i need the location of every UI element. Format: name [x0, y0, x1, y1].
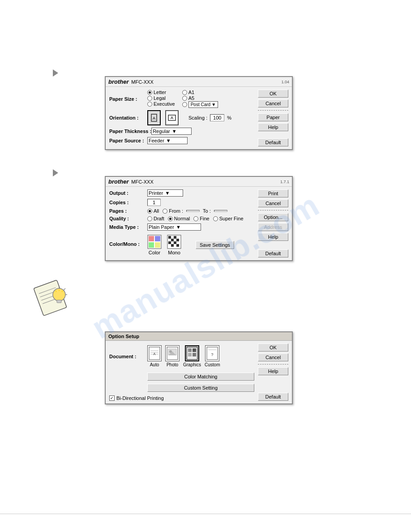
- media-type-value: Plain Paper: [149, 224, 174, 230]
- paper-source-select[interactable]: Feeder ▼: [147, 137, 188, 144]
- paper-thickness-row: Paper Thickness : Regular ▼: [109, 128, 254, 135]
- doc-graphics[interactable]: Graphics: [183, 345, 201, 367]
- radio-executive-circle[interactable]: [147, 102, 152, 107]
- quality-label: Quality :: [109, 216, 147, 221]
- radio-a5-label: A5: [188, 95, 194, 101]
- quality-options: Draft Normal Fine Super Fine: [147, 216, 244, 221]
- mono-option[interactable]: Mono: [167, 235, 181, 255]
- scaling-label: Scaling :: [188, 115, 207, 120]
- pages-all-radio[interactable]: All: [147, 208, 159, 214]
- arrow-1: [53, 69, 58, 77]
- help-button-3[interactable]: Help: [258, 367, 288, 375]
- pages-from-input[interactable]: [186, 210, 200, 212]
- quality-normal[interactable]: Normal: [168, 216, 190, 221]
- radio-a1-circle[interactable]: [182, 90, 187, 95]
- doc-auto[interactable]: A Auto: [147, 345, 162, 367]
- dialog2-model: MFC-XXX: [131, 179, 154, 184]
- dialog3-title: Option Setup: [106, 332, 292, 341]
- dialog3-left: Document : A Auto: [109, 343, 254, 401]
- svg-rect-10: [168, 236, 171, 239]
- radio-letter-label: Letter: [154, 90, 166, 95]
- paper-size-label: Paper Size :: [109, 96, 147, 102]
- quality-fine-circle[interactable]: [193, 216, 198, 221]
- radio-postcard-circle[interactable]: [182, 102, 187, 107]
- dialog1-body: Paper Size : Letter Legal Ex: [106, 87, 292, 149]
- bi-directional-row: ✓ Bi-Directional Printing: [109, 395, 254, 401]
- dialog1-version: 1.04: [281, 80, 289, 84]
- radio-legal-label: Legal: [154, 95, 166, 101]
- default-button-2[interactable]: Default: [258, 249, 288, 257]
- radio-legal-circle[interactable]: [147, 96, 152, 101]
- quality-draft[interactable]: Draft: [147, 216, 164, 221]
- bi-directional-checkbox[interactable]: ✓: [109, 395, 115, 401]
- radio-letter[interactable]: Letter: [147, 90, 175, 95]
- doc-custom-icon: ?: [205, 345, 219, 361]
- pages-from-label: From :: [169, 208, 183, 214]
- landscape-icon[interactable]: A: [165, 110, 179, 125]
- output-row: Output : Printer ▼: [109, 189, 254, 197]
- doc-photo-label: Photo: [167, 362, 178, 367]
- svg-rect-7: [149, 242, 154, 248]
- divider-1: [258, 110, 288, 111]
- dialog2-body: Output : Printer ▼ Copies : 1 Pages : Al…: [106, 187, 292, 260]
- address-button: Address: [258, 223, 288, 231]
- default-button-1[interactable]: Default: [258, 138, 288, 146]
- media-type-select[interactable]: Plain Paper ▼: [147, 223, 201, 231]
- cancel-button-3[interactable]: Cancel: [258, 353, 288, 361]
- svg-rect-12: [174, 236, 176, 239]
- postcard-value: Post Card: [191, 102, 210, 107]
- radio-legal[interactable]: Legal: [147, 95, 175, 101]
- radio-postcard[interactable]: Post Card ▼: [182, 101, 218, 108]
- scaling-input[interactable]: 100: [210, 114, 224, 121]
- print-button[interactable]: Print: [258, 189, 288, 197]
- paper-thickness-select[interactable]: Regular ▼: [151, 128, 192, 135]
- copies-label: Copies :: [109, 200, 147, 205]
- help-button-1[interactable]: Help: [258, 123, 288, 131]
- quality-draft-circle[interactable]: [147, 216, 152, 221]
- color-matching-button[interactable]: Color Matching: [147, 373, 254, 381]
- quality-fine[interactable]: Fine: [193, 216, 209, 221]
- save-settings-button[interactable]: Save Settings: [196, 241, 234, 249]
- output-select[interactable]: Printer ▼: [147, 189, 183, 197]
- radio-a5-circle[interactable]: [182, 96, 187, 101]
- divider-2: [258, 210, 288, 210]
- paper-button-1[interactable]: Paper: [258, 113, 288, 121]
- pages-from-circle[interactable]: [163, 209, 167, 214]
- help-button-2[interactable]: Help: [258, 233, 288, 241]
- radio-a5[interactable]: A5: [182, 95, 218, 101]
- cancel-button-2[interactable]: Cancel: [258, 199, 288, 207]
- doc-custom[interactable]: ? Custom: [205, 345, 220, 367]
- copies-input[interactable]: 1: [147, 199, 161, 206]
- brother-logo-1: brother: [108, 78, 129, 85]
- doc-photo[interactable]: Photo: [165, 345, 180, 367]
- svg-rect-23: [171, 244, 174, 247]
- ok-button-3[interactable]: OK: [258, 343, 288, 352]
- quality-superfine-circle[interactable]: [213, 216, 218, 221]
- option-button[interactable]: Option...: [258, 213, 288, 221]
- color-option[interactable]: Color: [147, 235, 162, 255]
- postcard-dropdown[interactable]: Post Card ▼: [188, 101, 218, 108]
- color-mono-label: Color/Mono :: [109, 241, 147, 247]
- radio-letter-circle[interactable]: [147, 90, 152, 95]
- radio-a1-label: A1: [188, 90, 194, 95]
- pages-to-input[interactable]: [214, 210, 227, 212]
- svg-rect-20: [174, 241, 176, 244]
- scaling-unit: %: [227, 115, 231, 120]
- cancel-button-1[interactable]: Cancel: [258, 99, 288, 107]
- quality-superfine[interactable]: Super Fine: [213, 216, 244, 221]
- bi-directional-label: Bi-Directional Printing: [116, 395, 164, 401]
- default-button-3[interactable]: Default: [258, 393, 288, 401]
- copies-row: Copies : 1: [109, 199, 254, 206]
- radio-a1[interactable]: A1: [182, 90, 218, 95]
- quality-normal-circle[interactable]: [168, 216, 173, 221]
- orientation-row: Orientation : A A Scaling : 100 %: [109, 110, 254, 125]
- custom-setting-button[interactable]: Custom Setting: [147, 384, 254, 392]
- quality-superfine-label: Super Fine: [219, 216, 244, 221]
- portrait-icon[interactable]: A: [147, 110, 161, 125]
- pages-from-radio[interactable]: From : To :: [163, 208, 227, 214]
- dialog1-left: Paper Size : Letter Legal Ex: [109, 90, 254, 146]
- ok-button-1[interactable]: OK: [258, 90, 288, 98]
- pages-all-circle[interactable]: [147, 209, 152, 214]
- radio-executive[interactable]: Executive: [147, 101, 175, 107]
- svg-rect-25: [176, 244, 179, 247]
